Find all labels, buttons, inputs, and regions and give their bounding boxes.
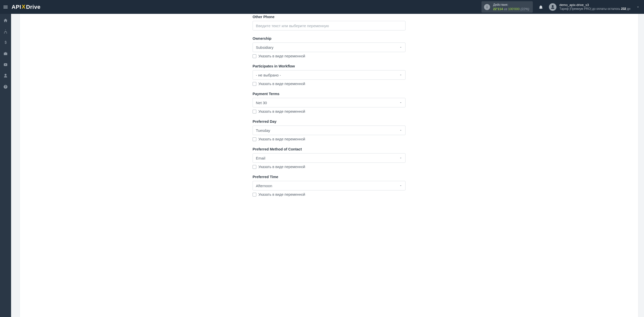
select-preferred-time[interactable]: Afternoon bbox=[253, 181, 406, 190]
var-checkbox-label: Указать в виде переменной bbox=[258, 109, 305, 113]
var-checkbox-label: Указать в виде переменной bbox=[258, 192, 305, 196]
var-checkbox-label: Указать в виде переменной bbox=[258, 54, 305, 58]
user-icon bbox=[3, 73, 8, 78]
actions-label: Действия: bbox=[493, 3, 529, 7]
field-preferred-contact: Preferred Method of Contact Email Указат… bbox=[253, 147, 406, 169]
info-icon: i bbox=[484, 4, 490, 10]
checkbox-icon[interactable] bbox=[253, 110, 256, 113]
sidebar-account[interactable] bbox=[0, 71, 11, 81]
var-checkbox-preferred-time[interactable]: Указать в виде переменной bbox=[253, 192, 406, 196]
label-ownership: Ownership bbox=[253, 36, 406, 41]
select-workflow[interactable]: - не выбрано - bbox=[253, 70, 406, 80]
select-preferred-day[interactable]: Tuesday bbox=[253, 126, 406, 135]
briefcase-icon bbox=[3, 51, 8, 56]
checkbox-icon[interactable] bbox=[253, 137, 256, 141]
var-checkbox-workflow[interactable]: Указать в виде переменной bbox=[253, 82, 406, 86]
dollar-icon bbox=[3, 40, 8, 45]
field-workflow: Participates in Workflow - не выбрано - … bbox=[253, 64, 406, 86]
field-ownership: Ownership Subsidiary Указать в виде пере… bbox=[253, 36, 406, 58]
avatar bbox=[549, 3, 556, 11]
label-preferred-day: Preferred Day bbox=[253, 120, 406, 124]
var-checkbox-label: Указать в виде переменной bbox=[258, 165, 305, 169]
select-preferred-time-value: Afternoon bbox=[256, 184, 272, 188]
user-info: demo_apix-drive_s3 Тариф |Премиум PRO| д… bbox=[559, 3, 630, 11]
form-card: Other Phone Ownership Subsidiary Указать… bbox=[20, 14, 638, 317]
chevron-down-icon bbox=[399, 101, 402, 105]
var-checkbox-preferred-contact[interactable]: Указать в виде переменной bbox=[253, 165, 406, 169]
user-name: demo_apix-drive_s3 bbox=[559, 3, 630, 7]
menu-toggle[interactable] bbox=[0, 0, 11, 14]
actions-total: 100'000 bbox=[508, 7, 520, 11]
actions-pct: (22%) bbox=[520, 7, 529, 11]
checkbox-icon[interactable] bbox=[253, 54, 256, 58]
select-payment-value: Net 30 bbox=[256, 101, 267, 105]
field-preferred-time: Preferred Time Afternoon Указать в виде … bbox=[253, 175, 406, 196]
chevron-down-icon bbox=[636, 5, 640, 9]
logo-drive: Drive bbox=[26, 4, 41, 10]
actions-of: из bbox=[504, 7, 507, 11]
var-checkbox-ownership[interactable]: Указать в виде переменной bbox=[253, 54, 406, 58]
page: Other Phone Ownership Subsidiary Указать… bbox=[11, 14, 644, 317]
field-preferred-day: Preferred Day Tuesday Указать в виде пер… bbox=[253, 120, 406, 141]
user-menu-expand[interactable] bbox=[634, 5, 641, 9]
youtube-icon bbox=[3, 62, 8, 67]
sidebar-video[interactable] bbox=[0, 60, 11, 70]
help-icon bbox=[3, 85, 8, 89]
label-payment-terms: Payment Terms bbox=[253, 92, 406, 96]
actions-text: Действия: 22'114 из 100'000 (22%) bbox=[493, 3, 529, 11]
logo[interactable]: API X Drive bbox=[12, 4, 41, 10]
label-workflow: Participates in Workflow bbox=[253, 64, 406, 68]
field-other-phone: Other Phone bbox=[253, 15, 406, 30]
sidebar-toolbox[interactable] bbox=[0, 49, 11, 59]
label-preferred-contact: Preferred Method of Contact bbox=[253, 147, 406, 151]
sitemap-icon bbox=[3, 29, 8, 34]
bell-icon bbox=[539, 5, 543, 9]
select-workflow-value: - не выбрано - bbox=[256, 73, 281, 77]
select-payment-terms[interactable]: Net 30 bbox=[253, 98, 406, 107]
select-ownership-value: Subsidiary bbox=[256, 45, 273, 50]
var-checkbox-payment[interactable]: Указать в виде переменной bbox=[253, 109, 406, 113]
field-payment-terms: Payment Terms Net 30 Указать в виде пере… bbox=[253, 92, 406, 113]
label-other-phone: Other Phone bbox=[253, 15, 406, 19]
checkbox-icon[interactable] bbox=[253, 193, 256, 196]
var-checkbox-preferred-day[interactable]: Указать в виде переменной bbox=[253, 137, 406, 141]
logo-x: X bbox=[22, 4, 25, 10]
chevron-down-icon bbox=[399, 128, 402, 133]
sidebar-billing[interactable] bbox=[0, 37, 11, 48]
logo-api: API bbox=[12, 4, 21, 10]
chevron-down-icon bbox=[399, 73, 402, 77]
sidebar-home[interactable] bbox=[0, 15, 11, 25]
input-other-phone[interactable] bbox=[253, 21, 406, 30]
var-checkbox-label: Указать в виде переменной bbox=[258, 137, 305, 141]
user-tariff: Тариф |Премиум PRO| до оплаты осталось 2… bbox=[559, 7, 630, 11]
select-preferred-day-value: Tuesday bbox=[256, 128, 270, 133]
actions-counter[interactable]: i Действия: 22'114 из 100'000 (22%) bbox=[481, 1, 533, 13]
select-preferred-contact[interactable]: Email bbox=[253, 153, 406, 163]
sidebar-help[interactable] bbox=[0, 82, 11, 92]
chevron-down-icon bbox=[399, 156, 402, 160]
sidebar-connections[interactable] bbox=[0, 26, 11, 36]
actions-used: 22'114 bbox=[493, 7, 503, 11]
person-icon bbox=[550, 5, 555, 9]
sidebar bbox=[0, 14, 11, 317]
home-icon bbox=[3, 18, 8, 23]
chevron-down-icon bbox=[399, 45, 402, 50]
checkbox-icon[interactable] bbox=[253, 165, 256, 169]
hamburger-icon bbox=[3, 4, 8, 10]
checkbox-icon[interactable] bbox=[253, 82, 256, 86]
label-preferred-time: Preferred Time bbox=[253, 175, 406, 179]
user-menu[interactable]: demo_apix-drive_s3 Тариф |Премиум PRO| д… bbox=[549, 3, 630, 11]
form-column: Other Phone Ownership Subsidiary Указать… bbox=[253, 15, 406, 196]
chevron-down-icon bbox=[399, 184, 402, 188]
top-bar: API X Drive i Действия: 22'114 из 100'00… bbox=[0, 0, 644, 14]
notifications-button[interactable] bbox=[537, 4, 544, 11]
select-preferred-contact-value: Email bbox=[256, 156, 265, 160]
var-checkbox-label: Указать в виде переменной bbox=[258, 82, 305, 86]
select-ownership[interactable]: Subsidiary bbox=[253, 43, 406, 52]
